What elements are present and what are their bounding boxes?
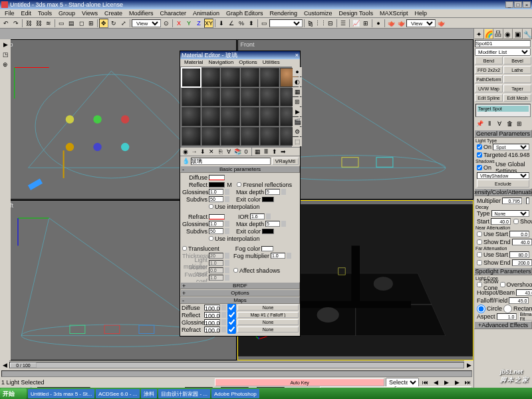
- auto-key-button[interactable]: Auto Key: [215, 378, 384, 386]
- material-slot[interactable]: [221, 68, 240, 87]
- taskbar-item[interactable]: ACDSee 6.0 - ...: [96, 389, 140, 398]
- minimize-button[interactable]: _: [505, 1, 513, 8]
- pick-material-icon[interactable]: 💧: [182, 157, 190, 165]
- pin-stack-icon[interactable]: 📌: [475, 119, 484, 128]
- falloff-field[interactable]: [509, 297, 529, 304]
- uv-tile-icon[interactable]: ⊞: [293, 97, 302, 106]
- timeline-track[interactable]: [1, 370, 472, 377]
- material-slot[interactable]: [201, 68, 221, 87]
- fresnel-checkbox[interactable]: [237, 182, 241, 187]
- diffuse-swatch[interactable]: [209, 175, 225, 180]
- close-button[interactable]: ×: [523, 1, 531, 8]
- go-parent-icon[interactable]: ⬆: [271, 148, 279, 156]
- affect-shadows-checkbox[interactable]: [233, 268, 238, 273]
- material-slot[interactable]: [201, 88, 221, 107]
- modifier-taper[interactable]: Taper: [503, 84, 531, 92]
- get-material-icon[interactable]: ◉: [182, 148, 190, 156]
- menu-group[interactable]: Group: [55, 9, 78, 17]
- menu-help[interactable]: Help: [411, 9, 430, 17]
- material-slot[interactable]: [241, 88, 260, 107]
- options-icon[interactable]: ⚙: [293, 127, 302, 136]
- ref-coord-combo[interactable]: View: [132, 19, 161, 27]
- mat-close-button[interactable]: ×: [295, 52, 299, 59]
- circle-radio[interactable]: [477, 305, 485, 313]
- select-region-button[interactable]: ◻: [76, 19, 86, 28]
- material-slot[interactable]: [182, 68, 201, 87]
- hotspot-field[interactable]: [516, 289, 532, 296]
- render-scene-button[interactable]: 🫖: [386, 19, 396, 28]
- modifier-editspline[interactable]: Edit Spline: [475, 94, 503, 102]
- redo-button[interactable]: ↷: [11, 19, 21, 28]
- percent-snap-button[interactable]: %: [237, 19, 246, 28]
- refract-subdivs-field[interactable]: [209, 228, 223, 234]
- material-name-field[interactable]: [191, 158, 271, 165]
- material-type-button[interactable]: VRayMtl: [272, 158, 299, 165]
- map-slot-button[interactable]: Map #1 ( Falloff ): [237, 312, 299, 318]
- menu-animation[interactable]: Animation: [190, 9, 223, 17]
- material-slot[interactable]: [221, 88, 240, 107]
- curve-editor-button[interactable]: 📈: [351, 19, 360, 28]
- select-name-button[interactable]: ▤: [66, 19, 76, 28]
- select-move-button[interactable]: ✥: [99, 19, 108, 28]
- menu-character[interactable]: Character: [156, 9, 190, 17]
- material-editor-titlebar[interactable]: Material Editor - 玻璃 ×: [180, 51, 300, 59]
- options-rollout[interactable]: +Options: [180, 289, 300, 297]
- reflect-interp-checkbox[interactable]: [209, 204, 213, 209]
- material-slot[interactable]: [241, 68, 260, 87]
- menu-tools[interactable]: Tools: [35, 9, 55, 17]
- shadow-type-combo[interactable]: VRayShadow: [477, 172, 529, 179]
- material-slot[interactable]: [241, 107, 260, 126]
- material-slot[interactable]: [221, 107, 240, 126]
- make-unique-icon[interactable]: ∀: [225, 148, 233, 156]
- mat-menu-utilities[interactable]: Utilities: [260, 59, 283, 66]
- reflect-subdivs-field[interactable]: [209, 196, 223, 202]
- map-slot-button[interactable]: None: [237, 319, 299, 325]
- select-scale-button[interactable]: ⤢: [119, 19, 128, 28]
- spotlight-rollout[interactable]: Spotlight Parameters: [474, 267, 532, 275]
- material-editor-button[interactable]: ●: [374, 19, 383, 28]
- goto-start-icon[interactable]: ⏮: [420, 378, 430, 387]
- exit-color-swatch[interactable]: [262, 197, 274, 202]
- undo-button[interactable]: ↶: [1, 19, 11, 28]
- near-end-field[interactable]: [512, 239, 532, 245]
- restrict-x-button[interactable]: X: [174, 19, 184, 28]
- select-button[interactable]: ▭: [57, 19, 66, 28]
- map-amount[interactable]: 100.0: [204, 319, 220, 325]
- sample-type-icon[interactable]: ●: [293, 67, 302, 76]
- exclude-button[interactable]: Exclude: [477, 180, 529, 188]
- layer-button[interactable]: ☰: [338, 19, 348, 28]
- maps-rollout[interactable]: -Maps: [180, 297, 300, 304]
- material-slot[interactable]: [201, 127, 221, 146]
- taskbar-item[interactable]: Adobe Photoshop: [211, 389, 259, 398]
- modifier-stack-item[interactable]: Target Spot: [477, 106, 529, 112]
- show-end-icon[interactable]: Ⅲ: [262, 148, 270, 156]
- mirror-button[interactable]: ⧎: [306, 19, 315, 28]
- refract-gloss-field[interactable]: [209, 221, 223, 227]
- reset-icon[interactable]: ✕: [207, 148, 215, 156]
- mat-id-icon[interactable]: 0: [242, 148, 250, 156]
- material-slot[interactable]: [260, 88, 279, 107]
- map-amount[interactable]: 100.0: [204, 327, 220, 332]
- render-combo[interactable]: View: [406, 19, 436, 27]
- hierarchy-tab-icon[interactable]: 品: [493, 29, 503, 39]
- window-crossing-button[interactable]: ⊞: [86, 19, 96, 28]
- preview-icon[interactable]: 🎬: [293, 117, 302, 126]
- motion-tab-icon[interactable]: ◉: [503, 29, 513, 39]
- background-icon[interactable]: ▦: [293, 87, 302, 96]
- fog-mult-field[interactable]: [271, 253, 285, 259]
- material-slot[interactable]: [182, 107, 201, 126]
- map-amount[interactable]: 100.0: [204, 305, 220, 311]
- link-button[interactable]: ⛓: [24, 19, 33, 28]
- light-type-combo[interactable]: Spot: [493, 144, 529, 150]
- restrict-xy-button[interactable]: XY: [204, 19, 213, 28]
- select-rotate-button[interactable]: ↻: [109, 19, 118, 28]
- play-icon[interactable]: ▶: [442, 378, 451, 387]
- brdf-rollout[interactable]: +BRDF: [180, 282, 300, 289]
- decay-start-field[interactable]: [491, 218, 511, 225]
- modify-tab-icon[interactable]: 🌈: [484, 29, 494, 39]
- array-button[interactable]: ⋮⋮: [316, 19, 325, 28]
- modifier-editmesh[interactable]: Edit Mesh: [503, 94, 531, 102]
- refract-swatch[interactable]: [209, 214, 225, 219]
- ior-field[interactable]: [250, 213, 265, 219]
- shadows-on-checkbox[interactable]: [477, 165, 482, 170]
